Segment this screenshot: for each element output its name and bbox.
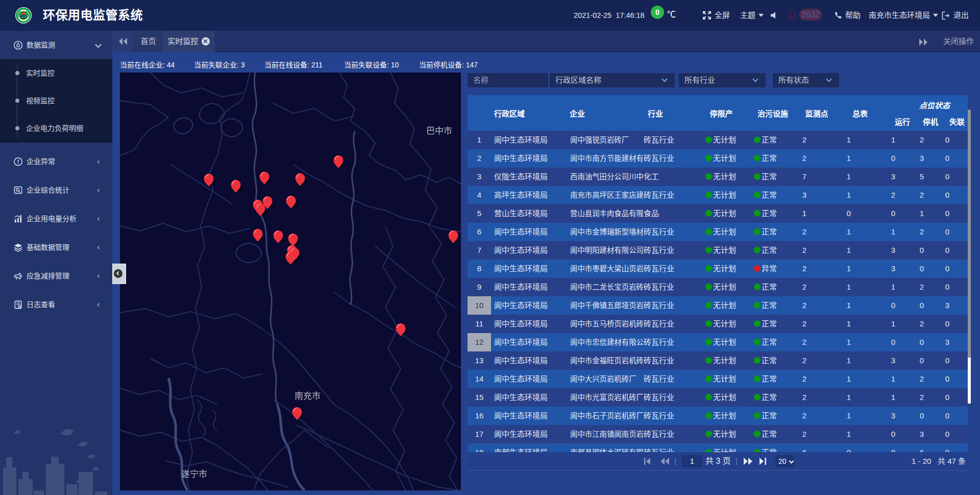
svg-text:巴中市: 巴中市 [426,124,452,136]
svg-text:南充市: 南充市 [295,389,321,402]
svg-text:遂宁市: 遂宁市 [181,467,207,480]
